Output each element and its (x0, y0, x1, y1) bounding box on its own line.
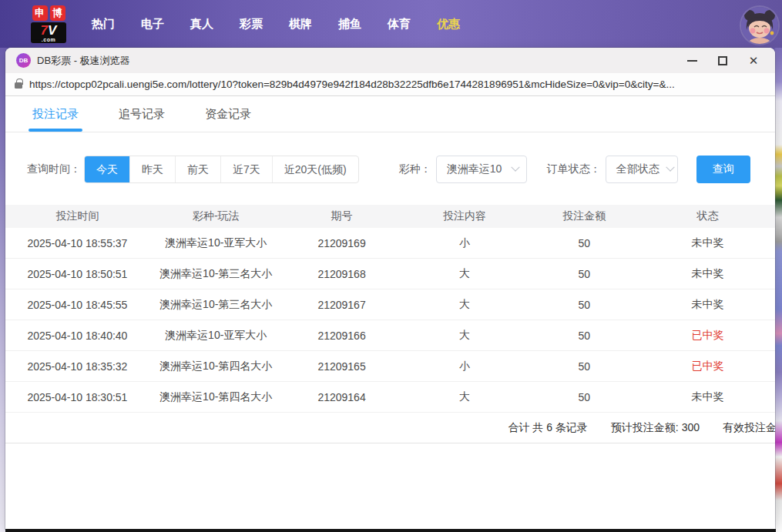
cell-issue: 21209168 (283, 268, 401, 280)
search-button[interactable]: 查询 (696, 156, 750, 183)
cell-status: 已中奖 (640, 329, 775, 343)
background-page-edge (775, 48, 782, 532)
table-row: 2025-04-10 18:35:32 澳洲幸运10-第四名大小 2120916… (5, 351, 775, 382)
logo-badge-shen: 申 (32, 5, 48, 21)
site-top-nav: 申 博 7V .com 热门 电子 真人 彩票 棋牌 捕鱼 体育 优惠 (0, 0, 782, 48)
logo-badges: 申 博 (32, 5, 65, 21)
cell-status: 未中奖 (640, 298, 775, 312)
cell-lottery-play: 澳洲幸运10-亚军大小 (149, 329, 283, 343)
nav-item-hot[interactable]: 热门 (92, 17, 115, 32)
header-lottery-play: 彩种-玩法 (149, 209, 283, 223)
time-option-today[interactable]: 今天 (85, 156, 129, 182)
cell-lottery-play: 澳洲幸运10-第四名大小 (149, 390, 283, 404)
cell-bet-amount: 50 (528, 237, 640, 249)
minimize-button[interactable] (676, 50, 707, 72)
nav-item-lottery[interactable]: 彩票 (240, 17, 263, 32)
logo-badge-bo: 博 (50, 5, 65, 21)
lottery-filter-label: 彩种： (399, 162, 431, 176)
table-row: 2025-04-10 18:40:40 澳洲幸运10-亚军大小 21209166… (5, 320, 775, 351)
cell-status: 未中奖 (640, 267, 775, 281)
time-filter-label: 查询时间： (27, 162, 81, 176)
tab-fund-records[interactable]: 资金记录 (205, 107, 251, 132)
cell-bet-amount: 50 (528, 360, 640, 373)
chevron-down-icon (666, 163, 674, 172)
cell-issue: 21209167 (283, 299, 401, 311)
header-issue: 期号 (283, 209, 401, 223)
logo-com: .com (31, 37, 66, 42)
window-title: DB彩票 - 极速浏览器 (37, 54, 130, 68)
summary-valid-amount-clipped: 有效投注金 (723, 421, 775, 435)
cell-lottery-play: 澳洲幸运10-第三名大小 (149, 298, 283, 312)
table-row: 2025-04-10 18:30:51 澳洲幸运10-第四名大小 2120916… (5, 382, 775, 413)
chevron-down-icon (511, 163, 519, 172)
logo-v: V (48, 23, 56, 38)
cell-bet-amount: 50 (528, 299, 640, 311)
cell-bet-content: 大 (401, 267, 528, 281)
url-text[interactable]: https://ctopcp02pcali.uengi5e.com/lotter… (29, 79, 675, 90)
cell-bet-time: 2025-04-10 18:45:55 (5, 299, 149, 311)
cell-issue: 21209166 (283, 330, 401, 342)
cell-bet-time: 2025-04-10 18:35:32 (5, 360, 149, 373)
logo-7: 7 (41, 23, 48, 38)
cell-status: 已中奖 (640, 360, 775, 373)
cell-bet-content: 大 (401, 329, 528, 343)
logo-brand: 7V .com (31, 22, 66, 43)
cell-lottery-play: 澳洲幸运10-第四名大小 (149, 360, 283, 373)
site-logo[interactable]: 申 博 7V .com (27, 5, 70, 43)
close-button[interactable]: ✕ (738, 50, 769, 72)
time-option-day-before[interactable]: 前天 (175, 156, 220, 182)
order-status-value: 全部状态 (616, 162, 659, 176)
time-option-yesterday[interactable]: 昨天 (129, 156, 175, 182)
nav-item-promo[interactable]: 优惠 (437, 17, 460, 32)
tab-chase-records[interactable]: 追号记录 (119, 107, 165, 132)
nav-item-slots[interactable]: 电子 (141, 17, 164, 32)
cell-bet-time: 2025-04-10 18:40:40 (5, 330, 149, 342)
record-tabs: 投注记录 追号记录 资金记录 (5, 96, 775, 132)
minimize-icon (687, 60, 697, 62)
time-option-20days[interactable]: 近20天(低频) (272, 156, 358, 182)
cell-bet-amount: 50 (528, 391, 640, 403)
maximize-button[interactable] (707, 50, 738, 72)
header-bet-time: 投注时间 (5, 209, 149, 223)
close-icon: ✕ (749, 55, 759, 66)
filter-bar: 查询时间： 今天 昨天 前天 近7天 近20天(低频) 彩种： 澳洲幸运10 订… (5, 156, 775, 183)
lottery-select-value: 澳洲幸运10 (447, 162, 502, 176)
cell-bet-time: 2025-04-10 18:30:51 (5, 391, 149, 403)
lock-icon[interactable] (15, 82, 22, 89)
nav-item-sports[interactable]: 体育 (388, 17, 411, 32)
page-content: 投注记录 追号记录 资金记录 查询时间： 今天 昨天 前天 近7天 近20天(低… (5, 96, 775, 529)
status-filter-label: 订单状态： (547, 162, 601, 176)
header-bet-content: 投注内容 (401, 209, 528, 223)
cell-issue: 21209169 (283, 237, 401, 249)
order-status-select[interactable]: 全部状态 (606, 156, 678, 183)
window-controls: ✕ (676, 50, 769, 72)
nav-item-fishing[interactable]: 捕鱼 (338, 17, 361, 32)
cell-bet-content: 大 (401, 298, 528, 312)
header-status: 状态 (640, 209, 775, 223)
nav-item-cards[interactable]: 棋牌 (289, 17, 312, 32)
cell-issue: 21209165 (283, 360, 401, 373)
cell-bet-content: 小 (401, 236, 528, 250)
site-nav-items: 热门 电子 真人 彩票 棋牌 捕鱼 体育 优惠 (92, 17, 460, 32)
maximize-icon (718, 56, 727, 65)
cell-bet-time: 2025-04-10 18:55:37 (5, 237, 149, 249)
table-header-row: 投注时间 彩种-玩法 期号 投注内容 投注金额 状态 (5, 205, 775, 228)
table-row: 2025-04-10 18:45:55 澳洲幸运10-第三名大小 2120916… (5, 289, 775, 320)
bet-records-table: 投注时间 彩种-玩法 期号 投注内容 投注金额 状态 2025-04-10 18… (5, 205, 775, 443)
summary-total-records: 合计 共 6 条记录 (508, 421, 587, 435)
window-titlebar[interactable]: DB DB彩票 - 极速浏览器 ✕ (5, 48, 775, 73)
cell-bet-content: 小 (401, 360, 528, 373)
time-option-7days[interactable]: 近7天 (220, 156, 272, 182)
cell-bet-amount: 50 (528, 268, 640, 280)
cell-status: 未中奖 (640, 236, 775, 250)
lottery-select[interactable]: 澳洲幸运10 (436, 156, 527, 183)
address-bar[interactable]: https://ctopcp02pcali.uengi5e.com/lotter… (5, 73, 775, 96)
cell-bet-content: 大 (401, 390, 528, 404)
summary-expected-amount: 预计投注金额: 300 (611, 421, 700, 435)
db-favicon-icon: DB (16, 53, 31, 68)
tab-bet-records[interactable]: 投注记录 (32, 107, 79, 132)
nav-item-live[interactable]: 真人 (190, 17, 213, 32)
cell-status: 未中奖 (640, 390, 775, 404)
table-row: 2025-04-10 18:55:37 澳洲幸运10-亚军大小 21209169… (5, 228, 775, 259)
user-avatar[interactable] (741, 7, 778, 44)
